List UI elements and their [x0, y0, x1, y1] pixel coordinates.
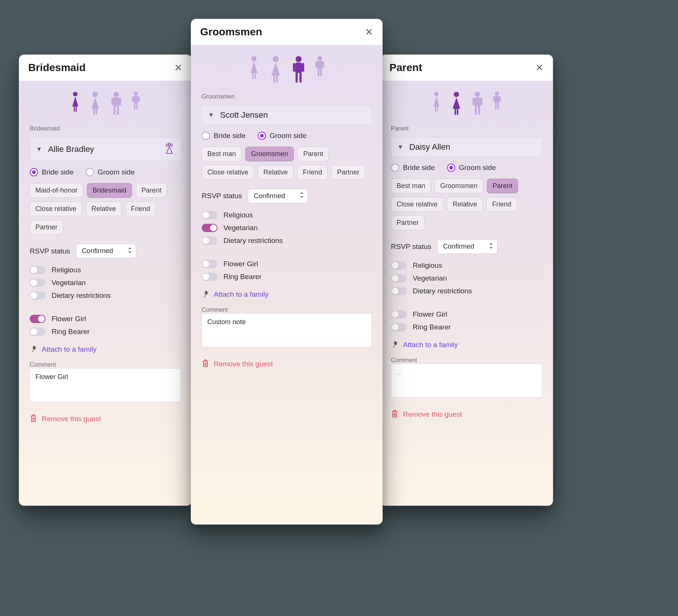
person-boy-icon[interactable]	[314, 56, 325, 85]
role-chip[interactable]: Parent	[298, 147, 329, 161]
guest-name-select[interactable]: ▼Daisy Allen	[391, 137, 542, 157]
vegetarian-toggle[interactable]	[30, 279, 46, 287]
rsvp-select[interactable]: Confirmed	[76, 244, 136, 258]
flower-girl-toggle[interactable]	[391, 310, 407, 319]
role-chip[interactable]: Close relative	[391, 197, 443, 212]
role-chip[interactable]: Partner	[391, 215, 424, 230]
ring-bearer-toggle[interactable]	[30, 328, 46, 336]
role-extra-toggles: Flower GirlRing Bearer	[202, 260, 372, 281]
guest-name-select[interactable]: ▼Scott Jensen	[202, 105, 372, 125]
role-field-label: Bridesmaid	[30, 125, 181, 132]
role-chip[interactable]: Best man	[202, 147, 242, 161]
role-chip[interactable]: Bridesmaid	[87, 183, 132, 198]
svg-rect-53	[316, 61, 318, 68]
dietary-toggle[interactable]	[202, 237, 217, 245]
flower-girl-toggle[interactable]	[202, 260, 217, 268]
guest-name: Scott Jensen	[220, 110, 365, 120]
card-body: Bridesmaid▼Allie BradleyBride sideGroom …	[19, 81, 192, 505]
role-chip[interactable]: Relative	[447, 197, 483, 212]
person-man-icon[interactable]	[110, 91, 123, 117]
svg-rect-56	[320, 68, 322, 76]
attach-family-link[interactable]: Attach to a family	[391, 340, 542, 349]
bride-side-radio[interactable]: Bride side	[30, 168, 74, 176]
rsvp-select[interactable]: Confirmed	[248, 189, 308, 203]
role-chip[interactable]: Friend	[297, 165, 328, 180]
diet-toggles: ReligiousVegetarianDietary restrictions	[202, 211, 372, 245]
bride-side-radio[interactable]: Bride side	[391, 164, 435, 172]
close-icon[interactable]: ✕	[365, 27, 373, 37]
role-chip[interactable]: Friend	[486, 197, 517, 212]
rsvp-select[interactable]: Confirmed	[437, 239, 497, 254]
role-chip[interactable]: Relative	[258, 165, 293, 180]
role-chip[interactable]: Partner	[30, 220, 63, 235]
vegetarian-toggle[interactable]	[391, 274, 407, 282]
vegetarian-toggle-row: Vegetarian	[30, 279, 181, 287]
svg-point-39	[251, 56, 257, 61]
svg-rect-28	[474, 97, 480, 106]
person-girl-icon[interactable]	[248, 56, 260, 85]
role-chip[interactable]: Groomsmen	[435, 179, 483, 193]
remove-guest-button[interactable]: Remove this guest	[30, 414, 181, 424]
person-woman-icon[interactable]	[268, 56, 283, 85]
remove-guest-button[interactable]: Remove this guest	[202, 359, 372, 369]
role-chip[interactable]: Close relative	[202, 165, 254, 180]
svg-rect-25	[455, 109, 456, 115]
ring-bearer-toggle[interactable]	[202, 273, 217, 281]
trash-icon	[30, 414, 37, 424]
role-chip[interactable]: Relative	[86, 202, 122, 216]
flower-girl-toggle[interactable]	[30, 315, 46, 323]
religious-toggle[interactable]	[391, 261, 407, 270]
role-chip[interactable]: Friend	[125, 202, 156, 216]
person-woman-icon[interactable]	[89, 91, 102, 117]
role-chip[interactable]: Maid-of-honor	[30, 183, 83, 198]
ring-bearer-toggle-row: Ring Bearer	[391, 323, 542, 331]
rsvp-row: RSVP statusConfirmed	[391, 239, 542, 254]
role-chip[interactable]: Groomsmen	[245, 147, 294, 161]
trash-icon	[391, 410, 398, 419]
comment-input[interactable]: Flower Girl	[30, 368, 181, 402]
svg-rect-49	[296, 73, 298, 82]
person-boy-icon[interactable]	[131, 91, 141, 117]
role-chip[interactable]: Close relative	[30, 202, 82, 216]
groom-side-radio[interactable]: Groom side	[86, 168, 135, 176]
religious-toggle[interactable]	[30, 266, 46, 274]
card-header: Bridesmaid✕	[19, 55, 192, 81]
person-woman-icon[interactable]	[450, 91, 463, 117]
svg-point-27	[475, 92, 480, 97]
svg-rect-30	[480, 98, 482, 105]
role-chip[interactable]: Parent	[487, 179, 518, 193]
groom-side-radio[interactable]: Groom side	[447, 164, 496, 172]
attach-family-link[interactable]: Attach to a family	[202, 290, 372, 299]
role-chip[interactable]: Partner	[331, 165, 365, 180]
person-man-icon[interactable]	[291, 56, 306, 85]
vegetarian-toggle[interactable]	[202, 224, 217, 232]
comment-input[interactable]	[391, 364, 542, 398]
person-man-icon[interactable]	[471, 91, 484, 117]
dietary-toggle[interactable]	[30, 291, 46, 300]
role-chip[interactable]: Parent	[136, 183, 167, 198]
svg-rect-11	[117, 106, 119, 115]
ring-bearer-toggle[interactable]	[391, 323, 407, 331]
religious-toggle[interactable]	[202, 211, 217, 219]
bride-side-radio[interactable]: Bride side	[202, 132, 246, 140]
remove-guest-button[interactable]: Remove this guest	[391, 410, 542, 419]
person-boy-icon[interactable]	[492, 91, 502, 117]
svg-rect-48	[302, 63, 304, 72]
svg-rect-50	[299, 73, 302, 82]
svg-point-20	[170, 144, 172, 146]
flower-girl-toggle-row: Flower Girl	[30, 315, 181, 323]
close-icon[interactable]: ✕	[535, 63, 544, 73]
close-icon[interactable]: ✕	[174, 63, 182, 73]
comment-input[interactable]: Custom note	[202, 313, 372, 347]
flower-girl-toggle-label: Flower Girl	[223, 260, 258, 268]
guest-card-front: Groomsmen✕Groomsmen▼Scott JensenBride si…	[191, 19, 383, 525]
dietary-toggle[interactable]	[391, 287, 407, 295]
person-girl-icon[interactable]	[431, 91, 442, 117]
role-chip[interactable]: Best man	[391, 179, 431, 193]
person-girl-icon[interactable]	[70, 91, 81, 117]
religious-toggle-label: Religious	[413, 261, 442, 270]
groom-side-radio[interactable]: Groom side	[258, 132, 307, 140]
svg-point-33	[495, 92, 499, 96]
guest-name-select[interactable]: ▼Allie Bradley	[30, 137, 181, 161]
attach-family-link[interactable]: Attach to a family	[30, 345, 181, 354]
